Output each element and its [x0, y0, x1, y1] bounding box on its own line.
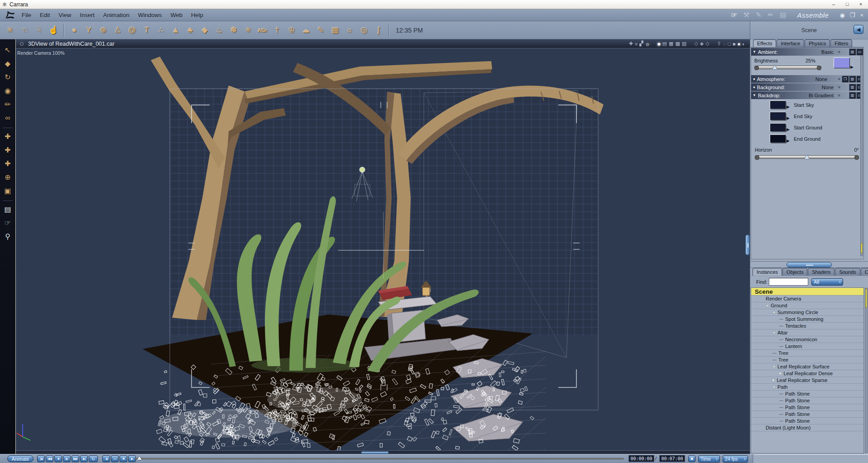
menu-item[interactable]: Windows — [138, 12, 162, 19]
shader-cubes-icon[interactable]: ❒ — [842, 76, 849, 82]
eye-icon[interactable]: ◉ — [839, 12, 844, 19]
pan-hand-tool-icon[interactable]: ☜ — [17, 25, 32, 35]
drag-tool-icon[interactable]: ✚ — [629, 41, 633, 47]
rotate-tool-icon[interactable]: ↻ — [2, 71, 14, 85]
ambient-section-header[interactable]: ▼ Ambient: Basic » ▥ ▭ — [751, 48, 863, 56]
insert-hair-icon[interactable]: ✳ — [241, 25, 255, 35]
tree-scrollbar[interactable] — [865, 288, 868, 453]
menu-item[interactable]: Insert — [80, 12, 95, 19]
tree-row[interactable]: Leaf Replicator Sparse — [751, 377, 863, 384]
save-preset-icon[interactable]: ▥ — [849, 76, 856, 82]
center-hotpoint-tool-icon[interactable]: ⊕ — [2, 171, 14, 185]
color-swatch[interactable] — [770, 135, 786, 143]
insert-plant-icon[interactable]: ♣ — [183, 26, 197, 35]
browser-tab[interactable]: Clips — [861, 268, 868, 276]
ambient-color-swatch[interactable] — [834, 57, 850, 68]
divider[interactable] — [3, 128, 13, 128]
zoom-magnifier-icon[interactable]: ⚲ — [2, 230, 14, 244]
load-preset-icon[interactable]: ▭ — [856, 48, 863, 55]
tree-row[interactable]: Leaf Replicator Dense — [751, 370, 863, 377]
tree-row[interactable]: Leaf Replicator Surface — [751, 363, 863, 370]
model-room-icon[interactable]: ⚒ — [743, 11, 749, 19]
insert-text-icon[interactable]: T — [139, 26, 154, 35]
layout-three-pane-icon[interactable]: ▦ — [669, 41, 673, 47]
insert-blob-icon[interactable]: ☁ — [299, 25, 313, 35]
link-tool-icon[interactable]: ∞ — [2, 112, 14, 125]
chevron-down-icon[interactable]: » — [837, 94, 842, 97]
tree-row[interactable]: Ground — [751, 302, 863, 309]
eyedropper-tool-icon[interactable]: ✏ — [2, 98, 14, 112]
axis-display-icon[interactable]: ◇ — [694, 41, 698, 47]
effects-tab[interactable]: Physics — [805, 39, 830, 47]
scrollbar-thumb[interactable] — [861, 243, 863, 253]
insert-particle-emitter-icon[interactable]: ∴ — [154, 25, 168, 35]
swatch-arrow-icon[interactable]: ▶ — [786, 105, 790, 109]
color-swatch[interactable] — [770, 124, 786, 131]
smooth-shaded-icon[interactable]: ● — [738, 41, 741, 47]
go-start-button[interactable]: |◀ — [37, 455, 45, 462]
save-preset-icon[interactable]: ▥ — [849, 48, 856, 55]
chevron-down-icon[interactable]: » — [837, 51, 842, 53]
rewind-button[interactable]: ◀◀ — [46, 455, 53, 462]
animate-button[interactable]: Animate — [7, 455, 34, 462]
animation-room-icon[interactable]: ▤ — [780, 11, 786, 19]
backdrop-section-header[interactable]: ▼ Backdrop: Bi Gradient » ▥ ▭ — [751, 91, 863, 99]
working-box-icon[interactable]: ▣ — [2, 185, 14, 198]
panel-splitter[interactable] — [750, 261, 868, 268]
menu-item[interactable]: View — [58, 12, 71, 19]
time-scrubber[interactable] — [135, 458, 624, 459]
color-swatch[interactable] — [770, 112, 786, 120]
splitter-handle[interactable] — [786, 262, 832, 267]
tree-row[interactable]: Path Stone — [751, 404, 863, 411]
tree-row[interactable]: Path Stone — [751, 411, 863, 418]
effects-tab[interactable]: Interface — [777, 39, 804, 47]
browser-tab[interactable]: Shaders — [808, 268, 834, 276]
gesture-tool-icon[interactable]: ☟ — [32, 25, 46, 35]
cancel-button[interactable]: ✖ — [688, 455, 695, 462]
tree-row[interactable]: Distant (Light Moon) — [751, 425, 863, 431]
swatch-arrow-icon[interactable]: ▶ — [850, 65, 854, 69]
close-button[interactable]: × — [854, 1, 867, 8]
insert-bone-icon[interactable]: ∫ — [371, 26, 386, 35]
insert-vertex-object-icon[interactable]: Y — [82, 26, 96, 35]
select-tool-icon[interactable]: ↖ — [2, 44, 14, 57]
menu-item[interactable]: Help — [191, 12, 203, 19]
end-time-field[interactable]: 00:07:00 — [659, 455, 685, 462]
layout-single-pane-icon[interactable]: ■ — [657, 41, 661, 47]
color-swatch[interactable] — [770, 101, 786, 109]
background-section-header[interactable]: ● Background: None » ▥ ▭ — [751, 83, 863, 91]
tree-row[interactable]: Path Stone — [751, 397, 863, 404]
menu-item[interactable]: Animation — [103, 12, 129, 19]
delete-keyframe-button[interactable]: ✖ — [120, 455, 127, 462]
swatch-arrow-icon[interactable]: ▶ — [786, 138, 790, 143]
layout-two-pane-icon[interactable]: ▤ — [662, 41, 667, 47]
insert-crown-icon[interactable]: ♔ — [284, 25, 299, 35]
tree-row[interactable]: Lantern — [751, 343, 863, 350]
brightness-slider[interactable] — [754, 66, 821, 69]
insert-target-icon[interactable]: ◎ — [357, 25, 371, 35]
texture-room-icon[interactable]: ✎ — [756, 11, 762, 19]
close-icon[interactable]: × — [860, 12, 863, 19]
scale-tool-icon[interactable]: ◉ — [2, 85, 14, 98]
fps-dropdown[interactable]: 24 fps » — [723, 455, 748, 463]
browser-tab[interactable]: Instances — [753, 268, 782, 276]
loop-playback-button[interactable]: ↻ — [89, 455, 98, 462]
tree-row[interactable]: Path Stone — [751, 391, 863, 397]
insert-rock-icon[interactable]: ◆ — [197, 25, 212, 35]
time-scrubber-thumb[interactable] — [137, 456, 142, 460]
grid-display-icon[interactable]: ◈ — [700, 41, 704, 47]
viewport-menu-button[interactable] — [20, 42, 24, 46]
flat-shaded-icon[interactable]: ■ — [733, 41, 736, 47]
go-end-button[interactable]: ▶| — [80, 455, 88, 462]
find-filter-dropdown[interactable]: All » — [811, 278, 843, 286]
maximize-button[interactable]: □ — [841, 1, 854, 8]
minimize-button[interactable]: – — [827, 1, 840, 8]
tree-row[interactable]: Render Camera — [751, 296, 863, 302]
universal-manipulator-icon[interactable]: ✳ — [3, 25, 17, 35]
tree-row[interactable]: Path Stone — [751, 418, 863, 425]
insert-light-icon[interactable]: ☼ — [342, 26, 357, 35]
assemble-room-icon[interactable]: ☞ — [731, 11, 737, 19]
effects-scrollbar[interactable] — [860, 56, 863, 256]
tree-row[interactable]: Altar — [751, 329, 863, 336]
tree-row[interactable]: Spot Summoning — [751, 316, 863, 323]
